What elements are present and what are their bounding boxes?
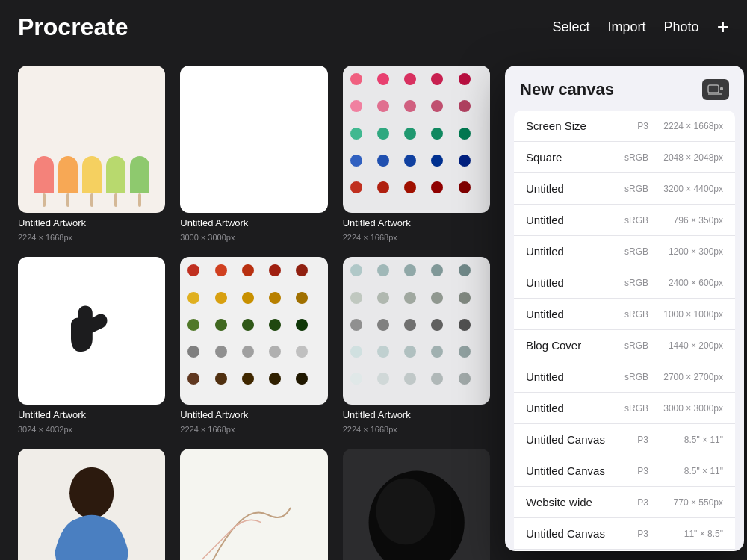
canvas-color-space: P3 [637,466,648,476]
canvas-list-item[interactable]: Untitled CanvasP38.5" × 11" [514,455,735,487]
canvas-list-item[interactable]: UntitledsRGB2400 × 600px [514,267,735,299]
new-canvas-icon-button[interactable] [702,79,729,100]
canvas-dimensions: 2400 × 600px [656,278,723,288]
canvas-list-item[interactable]: UntitledsRGB3200 × 4400px [514,173,735,205]
artwork-size: 2224 × 1668px [343,233,490,242]
artwork-thumbnail[interactable] [180,257,327,404]
artwork-size: 3024 × 4032px [18,425,165,434]
artwork-thumbnail[interactable] [18,449,165,560]
canvas-color-space: P3 [637,435,648,445]
artwork-title: Untitled Artwork [180,217,327,228]
artwork-title: Untitled Artwork [343,409,490,420]
canvas-item-name: Untitled [526,276,624,289]
canvas-dimensions: 2700 × 2700px [656,372,723,382]
artwork-size: 2224 × 1668px [343,425,490,434]
artwork-thumbnail[interactable] [18,257,165,404]
canvas-list-item[interactable]: Untitled CanvasP311" × 8.5" [514,518,735,550]
canvas-item-name: Square [526,151,624,164]
canvas-dimensions: 8.5" × 11" [656,466,723,476]
canvas-dimensions: 11" × 8.5" [656,529,723,539]
canvas-color-space: sRGB [624,246,648,257]
canvas-item-name: Website wide [526,496,637,508]
canvas-color-space: sRGB [624,215,648,225]
artwork-title: Untitled Artwork [18,409,165,420]
canvas-list: Screen SizeP32224 × 1668pxSquaresRGB2048… [514,111,735,551]
panel-header: New canvas [505,66,744,111]
canvas-dimensions: 1200 × 300px [656,246,723,257]
canvas-color-space: sRGB [624,403,648,414]
artwork-size: 2224 × 1668px [18,233,165,242]
canvas-list-item[interactable]: UntitledsRGB796 × 350px [514,205,735,236]
artwork-thumbnail[interactable] [343,257,490,404]
canvas-item-name: Untitled Canvas [526,433,637,446]
svg-point-2 [376,478,435,544]
svg-rect-3 [708,85,719,93]
artwork-thumbnail[interactable] [343,449,490,560]
canvas-list-item[interactable]: Square 3000 300 dpiP33000 × 3000px [514,550,735,551]
canvas-dimensions: 770 × 550px [656,497,723,508]
canvas-color-space: P3 [637,529,648,539]
artwork-item: Untitled Artwork 2224 × 1668px [180,257,327,433]
canvas-color-space: sRGB [624,184,648,194]
artwork-item: Untitled Artwork 2224 × 1668px [343,257,490,433]
canvas-item-name: Untitled [526,308,624,320]
canvas-color-space: sRGB [624,152,648,163]
svg-point-0 [69,467,114,518]
canvas-dimensions: 3000 × 3000px [656,403,723,414]
artwork-size: 3000 × 3000px [180,233,327,242]
artwork-item [18,449,165,560]
header-actions: Select Import Photo + [553,16,729,37]
canvas-dimensions: 2224 × 1668px [656,121,723,131]
canvas-dimensions: 796 × 350px [656,215,723,225]
canvas-item-name: Blog Cover [526,339,624,352]
canvas-list-item[interactable]: UntitledsRGB1000 × 1000px [514,299,735,330]
artwork-size: 2224 × 1668px [180,425,327,434]
canvas-dimensions: 1440 × 200px [656,340,723,351]
svg-rect-4 [720,87,723,90]
canvas-dimensions: 3200 × 4400px [656,184,723,194]
gallery-grid: Untitled Artwork 2224 × 1668px Untitled … [0,54,508,560]
photo-button[interactable]: Photo [664,19,699,35]
artwork-item: Untitled Artwork 2224 × 1668px [343,66,490,242]
canvas-dimensions: 8.5" × 11" [656,435,723,445]
canvas-list-item[interactable]: UntitledsRGB1200 × 300px [514,236,735,267]
canvas-item-name: Screen Size [526,119,637,132]
canvas-item-name: Untitled [526,182,624,195]
app-title: Procreate [18,13,128,41]
canvas-list-item[interactable]: Screen SizeP32224 × 1668px [514,111,735,142]
canvas-color-space: sRGB [624,372,648,382]
artwork-item: Untitled Artwork 3000 × 3000px [180,66,327,242]
artwork-title: Untitled Artwork [18,217,165,228]
canvas-item-name: Untitled Canvas [526,527,637,540]
artwork-item: Untitled Artwork 3024 × 4032px [18,257,165,433]
artwork-thumbnail[interactable] [343,66,490,213]
new-canvas-panel: New canvas Screen SizeP32224 × 1668pxSqu… [505,66,744,551]
artwork-thumbnail[interactable] [180,449,327,560]
canvas-item-name: Untitled [526,214,624,226]
canvas-item-name: Untitled [526,245,624,258]
canvas-list-item[interactable]: Website wideP3770 × 550px [514,487,735,518]
new-canvas-button[interactable]: + [717,16,729,37]
canvas-list-item[interactable]: UntitledsRGB2700 × 2700px [514,361,735,393]
artwork-title: Untitled Artwork [180,409,327,420]
canvas-item-name: Untitled [526,402,624,414]
artwork-item: Untitled Artwork 2224 × 1668px [18,66,165,242]
select-button[interactable]: Select [553,19,590,35]
canvas-dimensions: 2048 × 2048px [656,152,723,163]
canvas-color-space: sRGB [624,309,648,320]
canvas-list-item[interactable]: SquaresRGB2048 × 2048px [514,142,735,173]
artwork-thumbnail[interactable] [180,66,327,213]
canvas-color-space: P3 [637,497,648,508]
panel-title: New canvas [520,80,614,99]
canvas-color-space: sRGB [624,278,648,288]
canvas-list-item[interactable]: Untitled CanvasP38.5" × 11" [514,424,735,455]
app-header: Procreate Select Import Photo + [0,0,747,54]
artwork-title: Untitled Artwork [343,217,490,228]
canvas-list-item[interactable]: Blog CoversRGB1440 × 200px [514,330,735,361]
canvas-color-space: sRGB [624,340,648,351]
canvas-item-name: Untitled Canvas [526,464,637,477]
artwork-thumbnail[interactable] [18,66,165,213]
canvas-list-item[interactable]: UntitledsRGB3000 × 3000px [514,393,735,424]
canvas-color-space: P3 [637,121,648,131]
import-button[interactable]: Import [608,19,646,35]
